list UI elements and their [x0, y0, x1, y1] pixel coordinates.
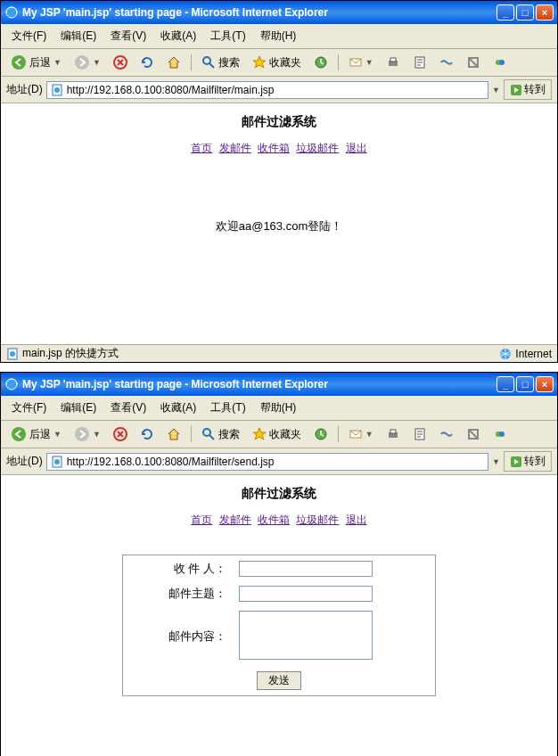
refresh-button[interactable]	[135, 424, 159, 444]
maximize-button[interactable]: □	[516, 4, 534, 21]
menu-edit[interactable]: 编辑(E)	[55, 27, 102, 45]
forward-button[interactable]: ▼	[70, 423, 105, 445]
separator	[191, 426, 192, 442]
favorites-button[interactable]: 收藏夹	[248, 53, 306, 73]
mail-button[interactable]: ▼	[344, 424, 378, 444]
svg-point-31	[499, 431, 505, 437]
url-text: http://192.168.0.100:8080/Mailfilter/sen…	[67, 456, 275, 468]
address-dropdown-icon[interactable]: ▼	[492, 457, 500, 466]
search-button[interactable]: 搜索	[197, 424, 244, 445]
recipient-input[interactable]	[239, 561, 373, 577]
send-form: 收 件 人： 邮件主题： 邮件内容： 发送	[122, 555, 436, 696]
menu-favorites[interactable]: 收藏(A)	[155, 399, 201, 417]
send-button[interactable]: 发送	[257, 671, 301, 690]
submit-row: 发送	[125, 668, 433, 694]
maximize-button[interactable]: □	[516, 376, 534, 392]
stop-button[interactable]	[109, 53, 132, 72]
minimize-button[interactable]: _	[496, 376, 514, 392]
page-icon	[6, 348, 19, 360]
svg-point-12	[499, 60, 505, 65]
menu-tools[interactable]: 工具(T)	[205, 399, 250, 417]
nav-send[interactable]: 发邮件	[219, 514, 251, 526]
menu-edit[interactable]: 编辑(E)	[55, 399, 102, 417]
nav-home[interactable]: 首页	[191, 142, 212, 154]
forward-button[interactable]: ▼	[70, 52, 105, 73]
back-button[interactable]: 后退 ▼	[6, 423, 66, 445]
menu-help[interactable]: 帮助(H)	[255, 399, 302, 417]
svg-point-1	[12, 55, 26, 70]
nav-inbox[interactable]: 收件箱	[258, 514, 290, 526]
favorites-button[interactable]: 收藏夹	[248, 424, 306, 445]
menu-file[interactable]: 文件(F)	[6, 399, 52, 417]
home-button[interactable]	[162, 424, 185, 444]
page-content: 邮件过滤系统 首页 发邮件 收件箱 垃圾邮件 退出 欢迎aa@163.com登陆…	[1, 103, 557, 344]
nav-logout[interactable]: 退出	[346, 142, 367, 154]
subject-input[interactable]	[239, 586, 373, 602]
go-button[interactable]: 转到	[504, 451, 552, 472]
refresh-button[interactable]	[135, 53, 159, 72]
search-button[interactable]: 搜索	[197, 53, 244, 73]
nav-spam[interactable]: 垃圾邮件	[296, 142, 339, 154]
nav-logout[interactable]: 退出	[346, 514, 367, 526]
page-icon	[51, 456, 63, 468]
menubar: 文件(F) 编辑(E) 查看(V) 收藏(A) 工具(T) 帮助(H)	[1, 24, 557, 49]
mail-button[interactable]: ▼	[344, 53, 378, 72]
menu-file[interactable]: 文件(F)	[6, 27, 52, 45]
nav-home[interactable]: 首页	[191, 514, 212, 526]
address-input[interactable]: http://192.168.0.100:8080/Mailfilter/sen…	[46, 453, 488, 471]
edit-button[interactable]	[408, 424, 431, 444]
stop-button[interactable]	[109, 424, 132, 444]
back-button[interactable]: 后退 ▼	[6, 52, 66, 73]
menu-tools[interactable]: 工具(T)	[205, 27, 250, 45]
close-button[interactable]: ×	[536, 376, 554, 392]
go-button[interactable]: 转到	[504, 79, 552, 100]
menu-favorites[interactable]: 收藏(A)	[155, 27, 201, 45]
chevron-down-icon: ▼	[365, 430, 373, 439]
svg-point-14	[54, 87, 60, 93]
statusbar: main.jsp 的快捷方式 Internet	[1, 344, 557, 362]
menu-view[interactable]: 查看(V)	[105, 27, 152, 45]
svg-point-33	[54, 459, 60, 464]
body-textarea[interactable]	[239, 611, 373, 660]
edit-button[interactable]	[408, 53, 431, 72]
svg-point-20	[12, 427, 26, 441]
extra-button-2[interactable]	[462, 53, 485, 72]
history-button[interactable]	[309, 53, 332, 72]
nav-spam[interactable]: 垃圾邮件	[296, 514, 339, 526]
minimize-button[interactable]: _	[496, 4, 514, 21]
browser-window-2: My JSP 'main.jsp' starting page - Micros…	[0, 372, 558, 756]
nav-inbox[interactable]: 收件箱	[258, 142, 290, 154]
chevron-down-icon: ▼	[93, 58, 101, 67]
address-label: 地址(D)	[6, 454, 43, 469]
chevron-down-icon: ▼	[53, 430, 62, 439]
toolbar: 后退 ▼ ▼ 搜索 收藏夹 ▼	[1, 49, 557, 77]
welcome-text: 欢迎aa@163.com登陆！	[1, 174, 557, 279]
recipient-row: 收 件 人：	[125, 557, 433, 580]
extra-button-1[interactable]	[435, 424, 458, 444]
browser-window-1: My JSP 'main.jsp' starting page - Micros…	[0, 0, 558, 363]
back-label: 后退	[29, 55, 51, 70]
extra-button-1[interactable]	[435, 53, 458, 72]
address-label: 地址(D)	[6, 82, 43, 97]
close-button[interactable]: ×	[536, 4, 554, 21]
menu-help[interactable]: 帮助(H)	[255, 27, 302, 45]
print-button[interactable]	[382, 53, 405, 72]
print-button[interactable]	[382, 424, 405, 444]
extra-button-3[interactable]	[488, 53, 512, 72]
page-icon	[51, 84, 63, 96]
favorites-label: 收藏夹	[269, 427, 301, 442]
menu-view[interactable]: 查看(V)	[105, 399, 152, 417]
ie-icon	[4, 377, 19, 391]
ie-icon	[4, 5, 19, 20]
address-dropdown-icon[interactable]: ▼	[492, 86, 500, 94]
chevron-down-icon: ▼	[93, 430, 101, 439]
address-input[interactable]: http://192.168.0.100:8080/Mailfilter/mai…	[46, 81, 488, 99]
addressbar: 地址(D) http://192.168.0.100:8080/Mailfilt…	[1, 448, 557, 475]
extra-button-2[interactable]	[462, 424, 485, 444]
titlebar: My JSP 'main.jsp' starting page - Micros…	[1, 373, 557, 396]
extra-button-3[interactable]	[488, 424, 512, 444]
history-button[interactable]	[309, 424, 332, 444]
status-right: Internet	[499, 348, 552, 360]
home-button[interactable]	[162, 53, 185, 72]
nav-send[interactable]: 发邮件	[219, 142, 251, 154]
